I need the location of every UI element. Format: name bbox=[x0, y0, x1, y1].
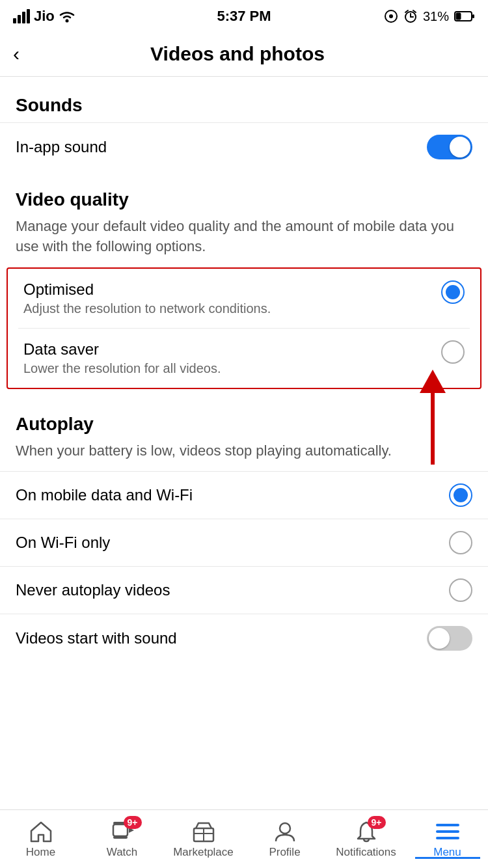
autoplay-wifi-only-row[interactable]: On Wi-Fi only bbox=[0, 519, 488, 566]
svg-rect-3 bbox=[27, 9, 30, 23]
videos-start-sound-toggle[interactable] bbox=[427, 626, 472, 651]
svg-point-6 bbox=[389, 14, 393, 18]
svg-rect-0 bbox=[13, 18, 16, 23]
svg-point-22 bbox=[280, 823, 290, 834]
home-label: Home bbox=[26, 846, 55, 859]
autoplay-mobile-wifi-row[interactable]: On mobile data and Wi-Fi bbox=[0, 471, 488, 519]
autoplay-title: Autoplay bbox=[0, 396, 488, 441]
nav-menu[interactable]: Menu bbox=[415, 820, 480, 859]
nav-notifications[interactable]: 9+ Notifications bbox=[334, 820, 399, 859]
autoplay-wifi-only-label: On Wi-Fi only bbox=[16, 534, 110, 552]
back-button[interactable]: ‹ bbox=[13, 43, 20, 65]
nav-marketplace[interactable]: Marketplace bbox=[171, 820, 236, 859]
videos-start-sound-label: Videos start with sound bbox=[16, 629, 177, 647]
profile-icon bbox=[273, 821, 297, 843]
data-saver-sublabel: Lower the resolution for all videos. bbox=[23, 361, 441, 376]
home-icon bbox=[29, 821, 53, 843]
autoplay-wifi-only-radio[interactable] bbox=[449, 531, 472, 554]
video-quality-section: Video quality Manage your default video … bbox=[0, 171, 488, 389]
sounds-title: Sounds bbox=[0, 77, 488, 122]
notifications-badge: 9+ bbox=[368, 816, 386, 829]
signal-icon bbox=[13, 9, 30, 23]
arrow-head bbox=[420, 370, 446, 393]
autoplay-section: Autoplay When your battery is low, video… bbox=[0, 396, 488, 663]
marketplace-label: Marketplace bbox=[173, 846, 234, 859]
svg-point-4 bbox=[65, 20, 68, 23]
location-icon bbox=[384, 9, 398, 23]
status-bar: Jio 5:37 PM 31% bbox=[0, 0, 488, 31]
notifications-icon-container: 9+ bbox=[353, 820, 379, 843]
autoplay-never-radio[interactable] bbox=[449, 578, 472, 602]
status-left: Jio bbox=[13, 8, 75, 25]
wifi-icon bbox=[59, 10, 75, 23]
optimised-option[interactable]: Optimised Adjust the resolution to netwo… bbox=[8, 269, 480, 328]
menu-icon-container bbox=[435, 820, 461, 843]
data-saver-label: Data saver bbox=[23, 340, 441, 359]
svg-rect-13 bbox=[472, 14, 474, 18]
in-app-sound-label: In-app sound bbox=[16, 138, 107, 156]
nav-profile[interactable]: Profile bbox=[252, 820, 318, 859]
autoplay-mobile-wifi-radio[interactable] bbox=[449, 483, 472, 507]
in-app-sound-row: In-app sound bbox=[0, 122, 488, 171]
svg-rect-18 bbox=[113, 836, 128, 839]
battery-icon bbox=[454, 10, 475, 22]
nav-watch[interactable]: 9+ Watch bbox=[90, 820, 155, 859]
watch-badge: 9+ bbox=[124, 816, 142, 829]
status-right: 31% bbox=[384, 9, 475, 24]
main-content: Sounds In-app sound Video quality Manage… bbox=[0, 77, 488, 727]
autoplay-never-label: Never autoplay videos bbox=[16, 581, 170, 599]
status-time: 5:37 PM bbox=[217, 8, 271, 25]
carrier-label: Jio bbox=[34, 8, 55, 25]
profile-icon-container bbox=[272, 820, 298, 843]
page-header: ‹ Videos and photos bbox=[0, 31, 488, 77]
optimised-sublabel: Adjust the resolution to network conditi… bbox=[23, 301, 441, 316]
data-saver-option[interactable]: Data saver Lower the resolution for all … bbox=[8, 329, 480, 388]
notifications-label: Notifications bbox=[336, 846, 396, 859]
svg-rect-14 bbox=[456, 13, 461, 20]
menu-icon bbox=[436, 824, 459, 839]
in-app-sound-toggle[interactable] bbox=[427, 135, 472, 159]
home-icon-container bbox=[28, 820, 54, 843]
video-quality-box: Optimised Adjust the resolution to netwo… bbox=[7, 267, 481, 389]
optimised-radio[interactable] bbox=[441, 280, 465, 304]
page-title: Videos and photos bbox=[30, 43, 445, 65]
video-quality-desc: Manage your default video quality and th… bbox=[0, 217, 488, 267]
alarm-icon bbox=[403, 9, 418, 23]
arrow-line bbox=[431, 393, 435, 465]
profile-label: Profile bbox=[269, 846, 300, 859]
watch-icon-container: 9+ bbox=[109, 820, 135, 843]
menu-active-indicator bbox=[415, 857, 480, 859]
nav-home[interactable]: Home bbox=[8, 820, 74, 859]
marketplace-icon bbox=[192, 821, 215, 843]
data-saver-radio[interactable] bbox=[441, 340, 465, 364]
bottom-padding bbox=[0, 662, 488, 727]
optimised-label: Optimised bbox=[23, 280, 441, 299]
video-quality-title: Video quality bbox=[0, 171, 488, 217]
videos-start-sound-row: Videos start with sound bbox=[0, 614, 488, 662]
marketplace-icon-container bbox=[191, 820, 217, 843]
bottom-nav: Home 9+ Watch Marketplace bbox=[0, 809, 488, 868]
watch-label: Watch bbox=[107, 846, 138, 859]
red-arrow bbox=[420, 370, 446, 465]
autoplay-desc: When your battery is low, videos stop pl… bbox=[0, 441, 488, 472]
autoplay-never-row[interactable]: Never autoplay videos bbox=[0, 566, 488, 614]
svg-rect-2 bbox=[22, 12, 25, 23]
sounds-section: Sounds In-app sound bbox=[0, 77, 488, 171]
svg-rect-1 bbox=[18, 15, 21, 23]
autoplay-mobile-wifi-label: On mobile data and Wi-Fi bbox=[16, 486, 193, 504]
battery-percent: 31% bbox=[423, 9, 449, 24]
